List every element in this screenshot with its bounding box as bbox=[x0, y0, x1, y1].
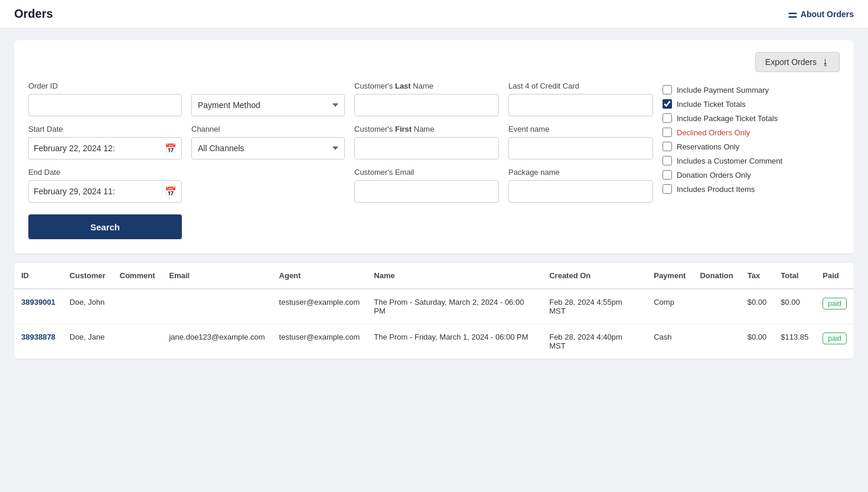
col-3: Customer's Last Name Customer's First Na… bbox=[354, 82, 499, 211]
package-name-label: Package name bbox=[508, 168, 653, 177]
start-date-input[interactable] bbox=[34, 144, 162, 153]
customer-last-name-input[interactable] bbox=[354, 94, 499, 116]
end-date-group: End Date 📅 bbox=[28, 168, 182, 203]
checkbox-declined-orders-only[interactable]: Declined Orders Only bbox=[663, 126, 840, 138]
checkbox-reservations-only[interactable]: Reservations Only bbox=[663, 141, 840, 152]
event-name-group: Event name bbox=[508, 125, 653, 159]
cell-created-on: Feb 28, 2024 4:40pm MST bbox=[542, 324, 647, 359]
last4-cc-label: Last 4 of Credit Card bbox=[508, 82, 653, 90]
cell-paid: paid bbox=[815, 289, 854, 324]
cell-comment bbox=[113, 289, 162, 324]
paid-badge: paid bbox=[823, 333, 847, 344]
checkbox-declined-orders-only-label: Declined Orders Only bbox=[677, 128, 750, 137]
col-header-tax: Tax bbox=[740, 263, 774, 289]
about-orders-link[interactable]: ⚌ About Orders bbox=[788, 8, 854, 21]
about-orders-label: About Orders bbox=[801, 9, 854, 19]
cell-agent: testuser@example.com bbox=[272, 324, 367, 359]
col-header-name: Name bbox=[367, 263, 542, 289]
start-date-calendar-icon[interactable]: 📅 bbox=[165, 143, 177, 154]
customer-first-name-label: Customer's First Name bbox=[354, 125, 499, 133]
checkbox-donation-orders-only[interactable]: Donation Orders Only bbox=[663, 169, 840, 181]
export-orders-label: Export Orders bbox=[765, 57, 817, 67]
payment-method-select[interactable]: Payment Method Credit Card Cash Comp Che… bbox=[191, 94, 345, 116]
search-button[interactable]: Search bbox=[28, 214, 182, 239]
export-orders-button[interactable]: Export Orders ⭳ bbox=[755, 52, 840, 72]
cell-id[interactable]: 38939001 bbox=[14, 289, 63, 324]
checkbox-include-package-ticket-totals[interactable]: Include Package Ticket Totals bbox=[663, 112, 840, 124]
order-id-input[interactable] bbox=[28, 94, 182, 116]
filter-grid: Order ID Start Date 📅 End Date 📅 bbox=[28, 82, 840, 239]
cell-paid: paid bbox=[815, 324, 854, 359]
checkbox-includes-customer-comment-label: Includes a Customer Comment bbox=[677, 157, 782, 165]
checkbox-donation-orders-only-input[interactable] bbox=[663, 170, 672, 180]
cell-customer: Doe, John bbox=[63, 289, 113, 324]
package-name-input[interactable] bbox=[508, 180, 653, 203]
customer-email-input[interactable] bbox=[354, 180, 499, 203]
checkbox-includes-product-items-input[interactable] bbox=[663, 184, 672, 194]
checkbox-col: Include Payment Summary Include Ticket T… bbox=[663, 82, 840, 195]
checkbox-include-ticket-totals[interactable]: Include Ticket Totals bbox=[663, 98, 840, 110]
cell-email: jane.doe123@example.com bbox=[162, 324, 272, 359]
last4-cc-group: Last 4 of Credit Card bbox=[508, 82, 653, 116]
table-card: ID Customer Comment Email Agent Name Cre… bbox=[14, 263, 854, 359]
customer-first-name-group: Customer's First Name bbox=[354, 125, 499, 159]
cell-payment: Comp bbox=[647, 289, 693, 324]
customer-first-name-input[interactable] bbox=[354, 137, 499, 159]
checkbox-declined-orders-only-input[interactable] bbox=[663, 128, 672, 137]
last4-cc-input[interactable] bbox=[508, 94, 653, 116]
cell-donation bbox=[693, 289, 740, 324]
checkbox-includes-customer-comment-input[interactable] bbox=[663, 156, 672, 165]
customer-email-label: Customer's Email bbox=[354, 168, 499, 177]
filter-card: Export Orders ⭳ Order ID Start Date 📅 bbox=[14, 40, 854, 253]
col-2: Payment Method Credit Card Cash Comp Che… bbox=[191, 82, 345, 168]
checkbox-include-payment-summary[interactable]: Include Payment Summary bbox=[663, 84, 840, 96]
col-header-comment: Comment bbox=[113, 263, 162, 289]
start-date-label: Start Date bbox=[28, 125, 182, 133]
package-name-group: Package name bbox=[508, 168, 653, 203]
start-date-group: Start Date 📅 bbox=[28, 125, 182, 159]
end-date-input[interactable] bbox=[34, 187, 162, 196]
paid-badge: paid bbox=[823, 298, 847, 309]
cell-donation bbox=[693, 324, 740, 359]
export-icon: ⭳ bbox=[821, 57, 830, 67]
cell-name: The Prom - Friday, March 1, 2024 - 06:00… bbox=[367, 324, 542, 359]
checkbox-reservations-only-input[interactable] bbox=[663, 142, 672, 151]
payment-method-group: Payment Method Credit Card Cash Comp Che… bbox=[191, 82, 345, 116]
table-body: 38939001 Doe, John testuser@example.com … bbox=[14, 289, 854, 359]
cell-customer: Doe, Jane bbox=[63, 324, 113, 359]
checkbox-include-ticket-totals-label: Include Ticket Totals bbox=[677, 100, 746, 109]
end-date-calendar-icon[interactable]: 📅 bbox=[165, 186, 177, 197]
orders-table: ID Customer Comment Email Agent Name Cre… bbox=[14, 263, 854, 359]
cell-email bbox=[162, 289, 272, 324]
end-date-wrapper: 📅 bbox=[28, 180, 182, 203]
col-header-customer: Customer bbox=[63, 263, 113, 289]
checkbox-includes-customer-comment[interactable]: Includes a Customer Comment bbox=[663, 155, 840, 167]
customer-last-name-group: Customer's Last Name bbox=[354, 82, 499, 116]
cell-id[interactable]: 38938878 bbox=[14, 324, 63, 359]
col-1: Order ID Start Date 📅 End Date 📅 bbox=[28, 82, 182, 239]
event-name-input[interactable] bbox=[508, 137, 653, 159]
customer-last-name-label: Customer's Last Name bbox=[354, 82, 499, 90]
cell-created-on: Feb 28, 2024 4:55pm MST bbox=[542, 289, 647, 324]
start-date-wrapper: 📅 bbox=[28, 137, 182, 159]
cell-agent: testuser@example.com bbox=[272, 289, 367, 324]
checkbox-include-payment-summary-input[interactable] bbox=[663, 85, 672, 95]
page-title: Orders bbox=[14, 7, 53, 21]
checkbox-include-payment-summary-label: Include Payment Summary bbox=[677, 86, 769, 95]
checkbox-includes-product-items-label: Includes Product Items bbox=[677, 185, 755, 194]
cell-tax: $0.00 bbox=[740, 324, 774, 359]
checkbox-includes-product-items[interactable]: Includes Product Items bbox=[663, 183, 840, 195]
order-id-group: Order ID bbox=[28, 82, 182, 116]
col-header-paid: Paid bbox=[815, 263, 854, 289]
cell-tax: $0.00 bbox=[740, 289, 774, 324]
cell-name: The Prom - Saturday, March 2, 2024 - 06:… bbox=[367, 289, 542, 324]
export-row: Export Orders ⭳ bbox=[28, 52, 840, 72]
top-bar: Orders ⚌ About Orders bbox=[0, 0, 868, 28]
checkbox-include-package-ticket-totals-input[interactable] bbox=[663, 113, 672, 123]
col-header-agent: Agent bbox=[272, 263, 367, 289]
channel-select[interactable]: All Channels Online Box Office Mobile bbox=[191, 137, 345, 159]
table-row: 38939001 Doe, John testuser@example.com … bbox=[14, 289, 854, 324]
channel-group: Channel All Channels Online Box Office M… bbox=[191, 125, 345, 159]
checkbox-include-ticket-totals-input[interactable] bbox=[663, 99, 672, 109]
cell-comment bbox=[113, 324, 162, 359]
